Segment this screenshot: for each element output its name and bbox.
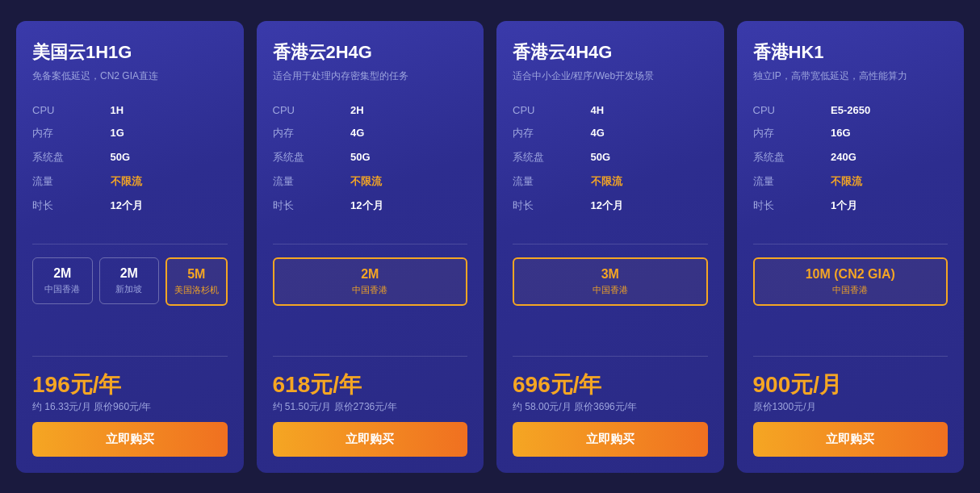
- bandwidth-section: 2M中国香港2M新加坡5M美国洛杉机: [32, 257, 228, 330]
- card-hk-hk1: 香港HK1独立IP，高带宽低延迟，高性能算力CPUE5-2650内存16G系统盘…: [737, 21, 965, 473]
- specs-table: CPUE5-2650内存16G系统盘240G流量不限流时长1个月: [753, 99, 949, 218]
- divider: [32, 356, 228, 357]
- bandwidth-location: 中国香港: [519, 284, 701, 296]
- spec-row: 时长12个月: [32, 194, 228, 218]
- bandwidth-option[interactable]: 3M中国香港: [513, 257, 708, 306]
- spec-value: 50G: [350, 145, 467, 169]
- bandwidth-option[interactable]: 2M中国香港: [273, 257, 468, 306]
- spec-row: CPUE5-2650: [753, 99, 949, 121]
- cards-container: 美国云1H1G免备案低延迟，CN2 GIA直连CPU1H内存1G系统盘50G流量…: [16, 21, 964, 473]
- specs-table: CPU1H内存1G系统盘50G流量不限流时长12个月: [32, 99, 228, 218]
- bandwidth-value: 3M: [519, 267, 701, 282]
- spec-label: 时长: [513, 194, 591, 218]
- spec-row: 流量不限流: [753, 169, 949, 194]
- bandwidth-location: 中国香港: [38, 283, 87, 295]
- spec-value: 50G: [111, 145, 228, 169]
- spec-value: 1G: [111, 121, 228, 145]
- bandwidth-option[interactable]: 5M美国洛杉机: [165, 257, 228, 306]
- buy-button[interactable]: 立即购买: [753, 422, 949, 457]
- bandwidth-option[interactable]: 10M (CN2 GIA)中国香港: [753, 257, 949, 306]
- price-sub: 原价1300元/月: [753, 400, 949, 414]
- buy-button[interactable]: 立即购买: [273, 422, 468, 457]
- spec-value: 4G: [591, 121, 708, 145]
- spec-row: 时长12个月: [513, 194, 708, 218]
- spec-value: 4G: [350, 121, 467, 145]
- spec-value: 12个月: [111, 194, 228, 218]
- bandwidth-value: 2M: [38, 266, 87, 281]
- spec-value: 1个月: [831, 194, 948, 218]
- buy-button[interactable]: 立即购买: [32, 422, 228, 457]
- card-subtitle: 独立IP，高带宽低延迟，高性能算力: [753, 69, 949, 83]
- spec-label: 系统盘: [753, 145, 831, 169]
- spec-label: 系统盘: [32, 145, 111, 169]
- bandwidth-location: 美国洛杉机: [172, 284, 221, 296]
- price-sub: 约 16.33元/月 原价960元/年: [32, 400, 228, 414]
- bandwidth-location: 中国香港: [760, 284, 942, 296]
- price-main: 900元/月: [753, 370, 949, 400]
- spec-value: 240G: [831, 145, 948, 169]
- spec-label: CPU: [513, 99, 591, 121]
- spec-row: CPU2H: [273, 99, 468, 121]
- spec-value: 不限流: [350, 169, 467, 194]
- price-section: 618元/年约 51.50元/月 原价2736元/年立即购买: [273, 370, 468, 457]
- bandwidth-section: 3M中国香港: [513, 257, 708, 330]
- divider: [753, 244, 949, 244]
- spec-value: 12个月: [350, 194, 467, 218]
- card-subtitle: 适合中小企业/程序/Web开发场景: [513, 69, 708, 83]
- spec-value: 1H: [111, 99, 228, 121]
- spec-label: CPU: [273, 99, 351, 121]
- spec-row: 流量不限流: [513, 169, 708, 194]
- divider: [273, 356, 468, 357]
- spec-label: 时长: [753, 194, 831, 218]
- spec-row: 时长1个月: [753, 194, 949, 218]
- divider: [273, 244, 468, 244]
- spec-row: CPU4H: [513, 99, 708, 121]
- spec-value: E5-2650: [831, 99, 948, 121]
- bandwidth-location: 新加坡: [105, 283, 154, 295]
- card-us-1h1g: 美国云1H1G免备案低延迟，CN2 GIA直连CPU1H内存1G系统盘50G流量…: [16, 21, 244, 473]
- spec-label: 流量: [513, 169, 591, 194]
- card-title: 香港HK1: [753, 40, 949, 65]
- buy-button[interactable]: 立即购买: [513, 422, 708, 457]
- bandwidth-value: 10M (CN2 GIA): [760, 267, 942, 282]
- card-subtitle: 适合用于处理内存密集型的任务: [273, 69, 468, 83]
- price-section: 696元/年约 58.00元/月 原价3696元/年立即购买: [513, 370, 708, 457]
- bandwidth-option[interactable]: 2M新加坡: [99, 257, 160, 304]
- spec-label: 流量: [753, 169, 831, 194]
- price-sub: 约 58.00元/月 原价3696元/年: [513, 400, 708, 414]
- spec-label: 时长: [32, 194, 111, 218]
- spec-label: 流量: [32, 169, 111, 194]
- bandwidth-value: 2M: [279, 267, 462, 282]
- spec-label: 系统盘: [273, 145, 351, 169]
- card-hk-2h4g: 香港云2H4G适合用于处理内存密集型的任务CPU2H内存4G系统盘50G流量不限…: [257, 21, 484, 473]
- spec-row: 流量不限流: [32, 169, 228, 194]
- card-title: 香港云2H4G: [273, 40, 468, 65]
- price-main: 618元/年: [273, 370, 468, 400]
- spec-value: 2H: [350, 99, 467, 121]
- card-subtitle: 免备案低延迟，CN2 GIA直连: [32, 69, 228, 83]
- bandwidth-option[interactable]: 2M中国香港: [32, 257, 93, 304]
- bandwidth-section: 10M (CN2 GIA)中国香港: [753, 257, 949, 330]
- spec-label: 内存: [513, 121, 591, 145]
- spec-label: 内存: [273, 121, 351, 145]
- card-title: 美国云1H1G: [32, 40, 228, 65]
- spec-label: 时长: [273, 194, 351, 218]
- spec-row: 系统盘50G: [273, 145, 468, 169]
- spec-label: 流量: [273, 169, 351, 194]
- card-title: 香港云4H4G: [513, 40, 708, 65]
- spec-row: 流量不限流: [273, 169, 468, 194]
- spec-row: 系统盘240G: [753, 145, 949, 169]
- price-main: 196元/年: [32, 370, 228, 400]
- specs-table: CPU2H内存4G系统盘50G流量不限流时长12个月: [273, 99, 468, 218]
- spec-row: 内存1G: [32, 121, 228, 145]
- price-section: 196元/年约 16.33元/月 原价960元/年立即购买: [32, 370, 228, 457]
- spec-label: 内存: [753, 121, 831, 145]
- spec-row: 内存16G: [753, 121, 949, 145]
- spec-value: 不限流: [831, 169, 948, 194]
- price-main: 696元/年: [513, 370, 708, 400]
- spec-row: 系统盘50G: [513, 145, 708, 169]
- spec-row: 系统盘50G: [32, 145, 228, 169]
- spec-label: CPU: [32, 99, 111, 121]
- spec-value: 12个月: [591, 194, 708, 218]
- spec-value: 50G: [591, 145, 708, 169]
